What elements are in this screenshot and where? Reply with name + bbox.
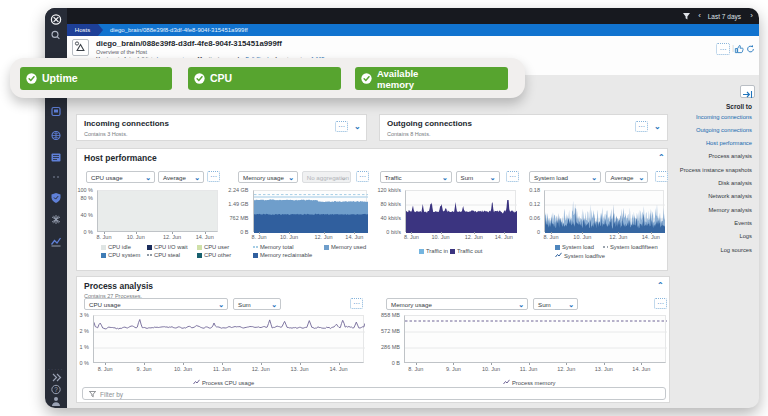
- svg-text:?: ?: [54, 386, 58, 393]
